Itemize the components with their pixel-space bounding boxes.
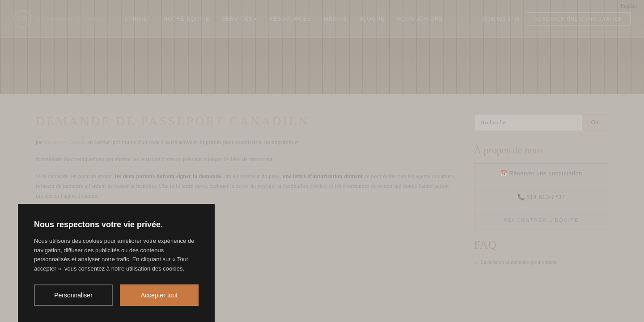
cookie-buttons: Personnaliser Accepter tout: [34, 284, 199, 306]
cookie-consent-modal: Nous respectons votre vie privée. Nous u…: [18, 204, 215, 322]
accepter-tout-button[interactable]: Accepter tout: [120, 284, 199, 306]
cookie-modal-text: Nous utilisons des cookies pour améliore…: [34, 237, 199, 274]
cookie-modal-title: Nous respectons votre vie privée.: [34, 220, 199, 229]
personnaliser-button[interactable]: Personnaliser: [34, 284, 113, 306]
